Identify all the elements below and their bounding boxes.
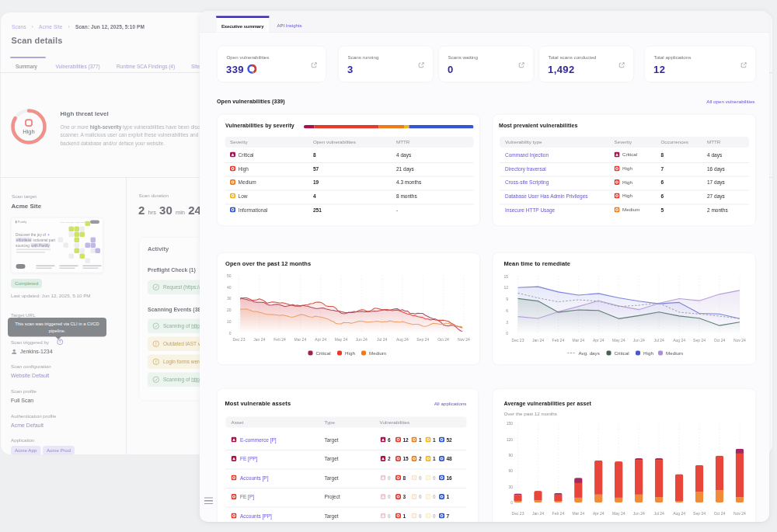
svg-text:Critical: Critical bbox=[615, 350, 629, 356]
svg-text:0: 0 bbox=[510, 500, 513, 505]
svg-text:Mar 24: Mar 24 bbox=[573, 511, 585, 516]
svg-text:50: 50 bbox=[227, 273, 232, 278]
svg-text:Jul 24: Jul 24 bbox=[377, 337, 388, 342]
svg-text:10: 10 bbox=[227, 319, 232, 324]
svg-text:Aug 24: Aug 24 bbox=[396, 337, 409, 342]
svg-text:Nov 24: Nov 24 bbox=[733, 511, 746, 516]
svg-text:Feb 24: Feb 24 bbox=[552, 511, 565, 516]
svg-text:Apr 24: Apr 24 bbox=[593, 511, 605, 516]
svg-text:Dec 23: Dec 23 bbox=[512, 511, 524, 516]
svg-text:120: 120 bbox=[507, 437, 514, 442]
svg-text:Aug 24: Aug 24 bbox=[673, 338, 685, 342]
svg-text:Jun 24: Jun 24 bbox=[356, 337, 368, 342]
svg-text:Nov 24: Nov 24 bbox=[733, 338, 746, 342]
svg-text:Nov 24: Nov 24 bbox=[458, 337, 470, 342]
svg-text:Jul 24: Jul 24 bbox=[653, 511, 664, 516]
svg-text:Mar 24: Mar 24 bbox=[573, 338, 585, 342]
svg-text:Dec 23: Dec 23 bbox=[233, 337, 246, 342]
svg-text:High: High bbox=[643, 350, 653, 356]
svg-text:90: 90 bbox=[508, 453, 513, 457]
svg-text:6: 6 bbox=[506, 308, 508, 313]
svg-text:0: 0 bbox=[229, 331, 232, 336]
svg-text:May 24: May 24 bbox=[335, 337, 348, 342]
svg-text:15: 15 bbox=[503, 274, 508, 279]
svg-text:12: 12 bbox=[503, 285, 508, 290]
svg-text:Oct 24: Oct 24 bbox=[437, 337, 449, 342]
svg-text:Feb 24: Feb 24 bbox=[274, 337, 286, 342]
svg-text:Oct 24: Oct 24 bbox=[714, 338, 726, 342]
svg-text:Medium: Medium bbox=[369, 350, 386, 356]
svg-text:Feb 24: Feb 24 bbox=[552, 338, 565, 342]
svg-text:Apr 24: Apr 24 bbox=[593, 338, 605, 342]
svg-text:Jan 24: Jan 24 bbox=[253, 337, 265, 342]
svg-text:May 24: May 24 bbox=[612, 338, 625, 342]
svg-text:Mar 24: Mar 24 bbox=[294, 337, 307, 342]
svg-text:Sep 24: Sep 24 bbox=[416, 337, 429, 342]
svg-text:Avg. days: Avg. days bbox=[579, 350, 600, 356]
svg-text:40: 40 bbox=[227, 285, 232, 290]
svg-text:0: 0 bbox=[506, 331, 508, 336]
svg-text:Sep 24: Sep 24 bbox=[693, 338, 706, 342]
svg-text:9: 9 bbox=[506, 297, 508, 301]
svg-text:Medium: Medium bbox=[666, 350, 683, 356]
svg-text:Jul 24: Jul 24 bbox=[653, 338, 664, 342]
svg-text:Jan 24: Jan 24 bbox=[532, 338, 544, 342]
svg-text:?: ? bbox=[59, 339, 61, 344]
svg-text:Jun 24: Jun 24 bbox=[633, 338, 645, 342]
svg-text:30: 30 bbox=[227, 296, 232, 301]
svg-text:150: 150 bbox=[507, 421, 514, 426]
svg-text:Critical: Critical bbox=[316, 350, 331, 356]
svg-text:Jan 24: Jan 24 bbox=[532, 511, 544, 516]
svg-text:Jun 24: Jun 24 bbox=[633, 511, 645, 516]
svg-text:Oct 24: Oct 24 bbox=[714, 511, 726, 516]
svg-text:May 24: May 24 bbox=[612, 511, 625, 516]
svg-text:60: 60 bbox=[508, 468, 513, 473]
svg-text:High: High bbox=[345, 350, 355, 356]
svg-text:30: 30 bbox=[508, 485, 513, 489]
svg-text:Apr 24: Apr 24 bbox=[315, 337, 326, 342]
svg-text:Dec 23: Dec 23 bbox=[512, 338, 524, 342]
svg-text:Aug 24: Aug 24 bbox=[673, 511, 685, 516]
svg-text:High: High bbox=[23, 128, 34, 135]
svg-text:20: 20 bbox=[227, 308, 232, 312]
svg-text:Sep 24: Sep 24 bbox=[693, 511, 706, 516]
svg-text:3: 3 bbox=[506, 320, 508, 325]
